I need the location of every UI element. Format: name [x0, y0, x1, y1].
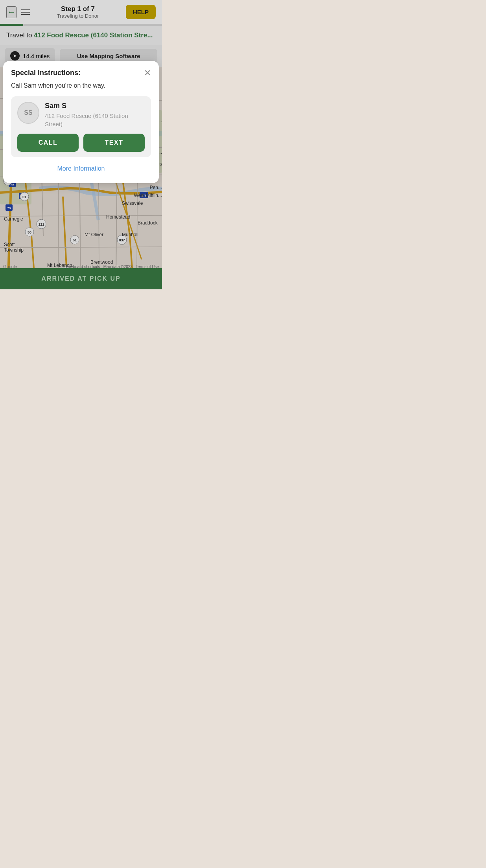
modal-title: Special Instructions:	[11, 69, 81, 77]
page-wrapper: 79 376 376 28 130 121 50 51 51	[0, 0, 162, 289]
modal-close-button[interactable]: ✕	[144, 69, 151, 77]
contact-avatar: SS	[17, 102, 39, 124]
special-instructions-modal: Special Instructions: ✕ Call Sam when yo…	[3, 61, 159, 183]
contact-actions: CALL TEXT	[17, 134, 145, 152]
more-information-link[interactable]: More Information	[11, 164, 151, 174]
contact-org: 412 Food Rescue (6140 Station Street)	[45, 112, 145, 128]
contact-info: Sam S 412 Food Rescue (6140 Station Stre…	[45, 102, 145, 128]
modal-header: Special Instructions: ✕	[11, 69, 151, 77]
modal-instruction: Call Sam when you're on the way.	[11, 81, 151, 90]
contact-top: SS Sam S 412 Food Rescue (6140 Station S…	[17, 102, 145, 128]
call-button[interactable]: CALL	[17, 134, 79, 152]
text-button[interactable]: TEXT	[83, 134, 145, 152]
contact-name: Sam S	[45, 102, 145, 110]
contact-card: SS Sam S 412 Food Rescue (6140 Station S…	[11, 96, 151, 157]
